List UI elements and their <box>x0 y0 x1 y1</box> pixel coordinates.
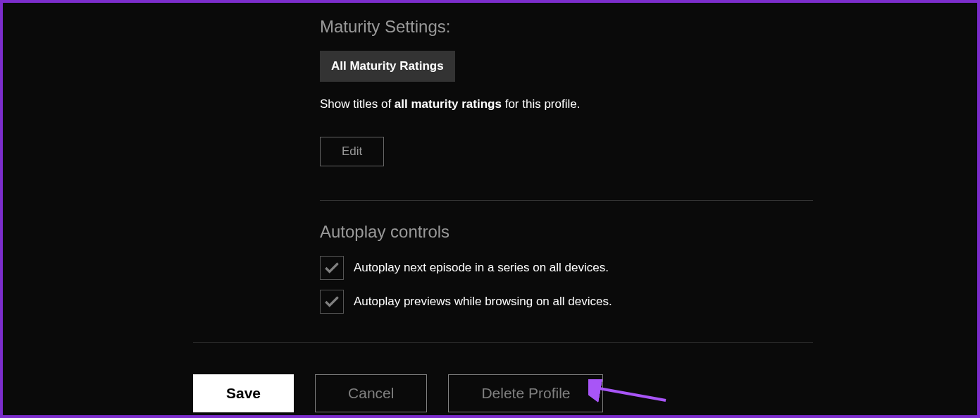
checkmark-icon <box>323 259 341 277</box>
maturity-description: Show titles of all maturity ratings for … <box>320 97 935 111</box>
maturity-settings-title: Maturity Settings: <box>320 17 935 37</box>
edit-button[interactable]: Edit <box>320 137 384 166</box>
autoplay-controls-title: Autoplay controls <box>320 222 935 242</box>
cancel-button[interactable]: Cancel <box>315 374 427 412</box>
save-button[interactable]: Save <box>193 374 294 412</box>
desc-prefix: Show titles of <box>320 97 395 111</box>
autoplay-next-episode-label: Autoplay next episode in a series on all… <box>354 261 609 275</box>
checkmark-icon <box>323 293 341 311</box>
bottom-divider <box>193 342 813 343</box>
desc-strong: all maturity ratings <box>395 97 502 111</box>
delete-profile-button[interactable]: Delete Profile <box>448 374 603 412</box>
maturity-rating-badge: All Maturity Ratings <box>320 51 455 82</box>
autoplay-next-episode-checkbox[interactable] <box>320 256 344 280</box>
autoplay-previews-label: Autoplay previews while browsing on all … <box>354 295 612 309</box>
section-divider <box>320 200 813 201</box>
desc-suffix: for this profile. <box>502 97 581 111</box>
autoplay-previews-checkbox[interactable] <box>320 290 344 314</box>
